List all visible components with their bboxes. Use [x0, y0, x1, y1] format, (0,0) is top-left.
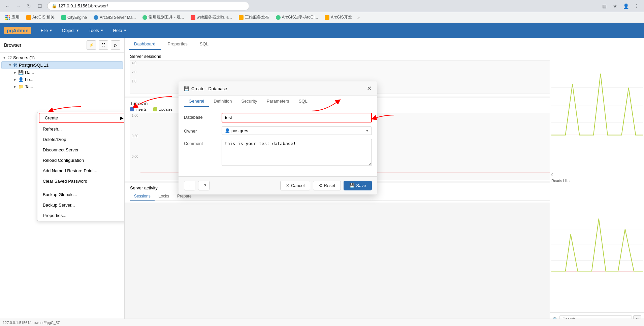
bookmark-cityengine[interactable]: CityEngine [59, 14, 90, 21]
reads-hits-label: Reads Hits [551, 179, 570, 183]
tab-properties[interactable]: Properties [162, 39, 193, 50]
context-menu-disconnect[interactable]: Disconnect Server [37, 145, 125, 155]
pgadmin-logo: pgAdmin [4, 27, 31, 34]
database-input[interactable] [222, 113, 372, 122]
dialog-header: 💾 Create - Database ✕ [179, 81, 377, 96]
pg-toggle-icon: ▼ [8, 63, 12, 67]
bookmark-apps[interactable]: 应用 [3, 14, 22, 21]
content-area: Dashboard Properties SQL ✕ Server sessio… [125, 38, 644, 326]
top-chart-zero: 0 [550, 173, 644, 177]
tree-db[interactable]: ► 💾 Da... [1, 69, 123, 76]
menu-file[interactable]: File ▼ [37, 26, 57, 35]
grid-btn[interactable]: ☷ [99, 40, 108, 50]
save-icon: 💾 [349, 183, 355, 188]
comment-label: Comment [184, 139, 218, 146]
menu-button[interactable]: ⋮ [632, 1, 641, 11]
dialog-tab-general[interactable]: General [184, 96, 209, 107]
bookmark-arcgis-dev[interactable]: ArcGIS开发 [322, 14, 355, 21]
cast-button[interactable]: ▩ [600, 1, 609, 11]
help-button[interactable]: ? [198, 181, 210, 190]
more-bookmarks[interactable]: » [356, 15, 361, 20]
tree-tablespace[interactable]: ► 📁 Ta... [1, 83, 123, 90]
context-menu-clear-password[interactable]: Clear Saved Password [37, 176, 125, 186]
owner-select[interactable]: 👤 postgres ▼ [222, 126, 372, 135]
comment-textarea[interactable]: this is your test database! [222, 139, 372, 166]
menu-help[interactable]: Help ▼ [109, 26, 131, 35]
owner-user-icon: 👤 [225, 128, 230, 133]
tree-postgresql[interactable]: ▼ 🛠 PostgreSQL 11 [1, 61, 123, 69]
filter-btn[interactable]: ▷ [111, 40, 120, 50]
tools-chevron-icon: ▼ [100, 29, 104, 32]
activity-tab-locks[interactable]: Locks [155, 192, 173, 201]
inserts-legend: Inserts [130, 107, 147, 111]
dialog-tabs: General Definition Security Parameters S… [179, 96, 377, 107]
db-icon: 💾 [18, 70, 24, 75]
bookmark-3d-service[interactable]: 三维服务发布 [236, 14, 272, 21]
dialog-tab-security[interactable]: Security [236, 96, 262, 107]
dialog-close-button[interactable]: ✕ [367, 85, 372, 92]
refresh-btn[interactable]: ⚡ [87, 40, 96, 50]
save-button[interactable]: 💾 Save [344, 181, 372, 190]
reset-button[interactable]: ⟲ Reset [313, 181, 341, 190]
bookmark-arcgis-server[interactable]: ArcGIS Server Ma... [91, 14, 138, 21]
info-button[interactable]: i [184, 181, 195, 190]
dialog-body: Database Owner 👤 postgres ▼ [179, 107, 377, 176]
tree-servers[interactable]: ▼ 🛡 Servers (1) [1, 54, 123, 61]
file-chevron-icon: ▼ [49, 29, 53, 32]
owner-label: Owner [184, 126, 218, 134]
context-menu-reload[interactable]: Reload Configuration [37, 155, 125, 166]
back-button[interactable]: ← [3, 1, 12, 11]
address-bar[interactable]: 🔒 127.0.0.1:51561/browser/ [47, 2, 249, 10]
owner-field: 👤 postgres ▼ [222, 126, 372, 135]
bookmark-planning-tools[interactable]: 常用规划工具 - 规... [140, 14, 187, 21]
context-menu-refresh[interactable]: Refresh... [37, 124, 125, 134]
context-menu-divider [37, 188, 125, 188]
dialog-tab-parameters[interactable]: Parameters [262, 96, 294, 107]
bookmark-button[interactable]: ★ [610, 1, 620, 11]
bookmark-arcgis[interactable]: ArcGIS 相关 [24, 14, 57, 21]
tree-login[interactable]: ► 👤 Lo... [1, 76, 123, 83]
servers-icon: 🛡 [7, 55, 12, 60]
dialog-footer: i ? ✕ Cancel ⟲ Reset 💾 Save [179, 176, 377, 194]
context-menu-delete[interactable]: Delete/Drop [37, 134, 125, 145]
nav-buttons: ← → ↻ ☐ [3, 1, 44, 11]
status-bar: 127.0.0.1:51561/browser/#pgC_57 [0, 319, 644, 326]
home-button[interactable]: ☐ [35, 1, 44, 11]
context-menu: Create ▶ Refresh... Delete/Drop Disconne… [37, 112, 125, 221]
database-field [222, 113, 372, 122]
help-chevron-icon: ▼ [123, 29, 127, 32]
context-menu-restore[interactable]: Add Named Restore Point... [37, 166, 125, 176]
forward-button[interactable]: → [13, 1, 23, 11]
db-toggle-icon: ► [13, 71, 17, 74]
menu-tools[interactable]: Tools ▼ [85, 26, 107, 35]
dialog-tab-sql[interactable]: SQL [294, 96, 312, 107]
dialog-title: 💾 Create - Database [184, 86, 227, 91]
context-menu-properties[interactable]: Properties... [37, 210, 125, 221]
dialog-tab-definition[interactable]: Definition [209, 96, 236, 107]
profile-button[interactable]: 👤 [621, 1, 631, 11]
sidebar-title: Browser [4, 42, 84, 48]
tuples-y-axis: 1.00 0.50 0.00 [132, 114, 138, 158]
tablespace-toggle-icon: ► [13, 85, 17, 88]
context-menu-backup-globals[interactable]: Backup Globals... [37, 189, 125, 200]
tab-sql[interactable]: SQL [194, 39, 214, 50]
context-menu-create[interactable]: Create ▶ [39, 113, 125, 123]
comment-field-row: Comment this is your test database! [184, 139, 372, 167]
bottom-chart-area: Reads Hits [550, 177, 644, 313]
cancel-button[interactable]: ✕ Cancel [280, 181, 310, 190]
bottom-chart-svg [551, 179, 643, 311]
bookmark-arcgis-zhihu[interactable]: ArcGIS知乎-ArcGI... [273, 14, 321, 21]
owner-field-row: Owner 👤 postgres ▼ [184, 126, 372, 135]
context-menu-backup-server[interactable]: Backup Server... [37, 200, 125, 210]
sidebar-header: Browser ⚡ ☷ ▷ [0, 38, 124, 53]
servers-toggle-icon: ▼ [3, 56, 6, 60]
database-icon: 💾 [184, 86, 189, 91]
tab-dashboard[interactable]: Dashboard [129, 39, 161, 50]
login-icon: 👤 [18, 77, 24, 82]
main-layout: Browser ⚡ ☷ ▷ ▼ 🛡 Servers (1) ▼ 🛠 Postgr… [0, 38, 644, 326]
activity-tab-sessions[interactable]: Sessions [130, 192, 155, 201]
menu-object[interactable]: Object ▼ [58, 26, 83, 35]
create-arrow-icon: ▶ [120, 115, 124, 120]
reload-button[interactable]: ↻ [24, 1, 34, 11]
bookmark-web-server[interactable]: web服务器之iis, a... [188, 14, 235, 21]
